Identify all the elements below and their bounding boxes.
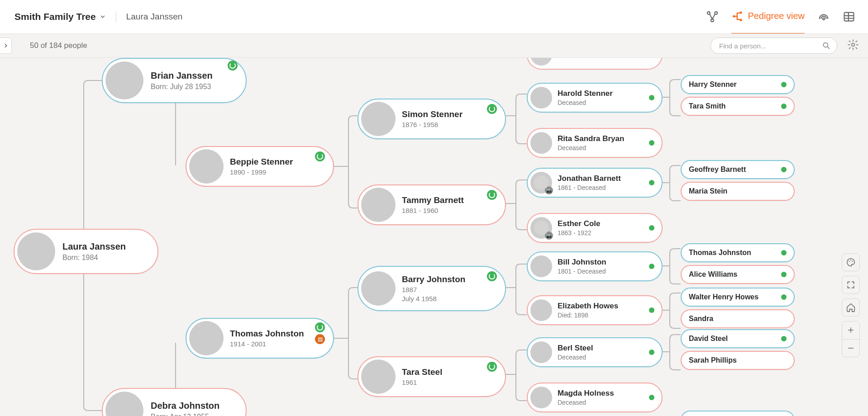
person-tara-smith[interactable]: Tara Smith: [681, 97, 795, 116]
camera-icon: 📷: [545, 186, 553, 194]
person-laura-janssen[interactable]: Laura JanssenBorn: 1984: [14, 229, 158, 274]
hint-dot-icon[interactable]: [781, 82, 787, 87]
person-berl-steel[interactable]: Berl SteelDeceased: [527, 337, 663, 367]
avatar: [105, 392, 143, 416]
search-input[interactable]: [711, 38, 837, 54]
tab-list-view[interactable]: [843, 10, 855, 33]
sub-bar: 50 of 184 people: [0, 33, 868, 58]
person-beppie-stenner[interactable]: Beppie Stenner1890 - 1999: [186, 146, 334, 187]
person-name: Tara Smith: [689, 102, 726, 110]
gear-icon: [847, 39, 859, 51]
chevron-down-icon: [100, 14, 106, 20]
person-jonathan-barnett[interactable]: 📷 Jonathan Barnett1861 - Deceased: [527, 168, 663, 198]
zoom-out-button[interactable]: [842, 340, 859, 357]
hint-badge-icon[interactable]: [487, 271, 497, 281]
svg-point-11: [850, 260, 851, 260]
hint-dot-icon[interactable]: [649, 350, 654, 355]
hint-dot-icon[interactable]: [649, 225, 654, 231]
hint-dot-icon[interactable]: [781, 167, 787, 172]
hint-badge-icon[interactable]: [228, 61, 238, 71]
hint-dot-icon[interactable]: [649, 395, 654, 400]
hint-dot-icon[interactable]: [781, 336, 787, 341]
person-partial-top[interactable]: [527, 58, 663, 70]
person-harold-stenner[interactable]: Harold StennerDeceased: [527, 83, 663, 113]
person-name: Beppie Stenner: [230, 157, 293, 167]
pedigree-canvas[interactable]: Laura JanssenBorn: 1984 Brian JanssenBor…: [0, 58, 868, 416]
zoom-controls: [842, 321, 860, 357]
person-sub: 1863 - 1922: [558, 229, 600, 236]
person-barry-johnston[interactable]: Barry Johnston1887July 4 1958: [358, 266, 506, 311]
person-david-steel[interactable]: David Steel: [681, 329, 795, 348]
person-name: Walter Henry Howes: [689, 293, 758, 301]
person-sub: Born: Apr 13 1955: [151, 413, 219, 416]
person-name: Esther Cole: [558, 219, 600, 228]
person-sub: 1861 - Deceased: [558, 184, 621, 191]
person-name: Simon Stenner: [402, 109, 463, 119]
svg-point-4: [740, 11, 742, 14]
hint-dot-icon[interactable]: [649, 140, 654, 146]
person-alice-williams[interactable]: Alice Williams: [681, 265, 795, 284]
person-name: Brian Janssen: [151, 71, 213, 81]
avatar-placeholder: 📷: [530, 172, 552, 194]
person-simon-stenner[interactable]: Simon Stenner1876 - 1958: [358, 99, 506, 139]
hint-dot-icon[interactable]: [649, 264, 654, 269]
person-rita-bryan[interactable]: Rita Sandra BryanDeceased: [527, 128, 663, 158]
svg-point-8: [823, 43, 828, 47]
settings-button[interactable]: [847, 39, 859, 52]
person-tammy-barnett[interactable]: Tammy Barnett1881 - 1960: [358, 184, 506, 225]
person-name: Sarah Phillips: [689, 356, 737, 364]
hint-dot-icon[interactable]: [649, 95, 654, 100]
tree-name-dropdown[interactable]: Smith Family Tree: [14, 11, 106, 22]
zoom-in-button[interactable]: [842, 321, 859, 340]
tab-family-view[interactable]: [706, 10, 719, 33]
hint-dot-icon[interactable]: [781, 272, 787, 277]
person-donald-anthony[interactable]: Donald Anthony: [681, 411, 795, 416]
home-icon: [846, 303, 856, 312]
hint-badge-icon[interactable]: [487, 362, 497, 372]
person-harry-stenner[interactable]: Harry Stenner: [681, 75, 795, 94]
avatar: [361, 102, 396, 136]
hint-badge-icon[interactable]: [315, 322, 325, 332]
fullscreen-button[interactable]: [842, 276, 860, 294]
separator: [116, 11, 116, 22]
tab-fan-view[interactable]: [817, 10, 830, 33]
focus-person-breadcrumb[interactable]: Laura Janssen: [126, 12, 183, 22]
person-name: Barry Johnston: [402, 274, 465, 284]
person-magda-holness[interactable]: Magda HolnessDeceased: [527, 383, 663, 412]
person-sandra[interactable]: Sandra: [681, 309, 795, 328]
person-name: Geoffrey Barnett: [689, 165, 746, 174]
home-button[interactable]: [842, 298, 860, 317]
person-name: Rita Sandra Bryan: [558, 134, 624, 143]
avatar: [189, 149, 224, 184]
person-sub: Born: July 28 1953: [151, 83, 213, 91]
hint-badge-icon[interactable]: [315, 151, 325, 161]
hint-dot-icon[interactable]: [781, 294, 787, 300]
person-sarah-phillips[interactable]: Sarah Phillips: [681, 351, 795, 370]
person-esther-cole[interactable]: 📷 Esther Cole1863 - 1922: [527, 213, 663, 243]
person-brian-janssen[interactable]: Brian JanssenBorn: July 28 1953: [102, 58, 247, 103]
hint-dot-icon[interactable]: [649, 180, 654, 185]
person-elizabeth-howes[interactable]: Elizabeth HowesDied: 1898: [527, 295, 663, 325]
hint-dot-icon[interactable]: [781, 250, 787, 255]
avatar: [530, 299, 552, 321]
person-name: Maria Stein: [689, 187, 727, 195]
tab-pedigree-view[interactable]: Pedigree view: [731, 10, 805, 34]
person-bill-johnston[interactable]: Bill Johnston1801 - Deceased: [527, 251, 663, 281]
person-tara-steel[interactable]: Tara Steel1961: [358, 356, 506, 397]
person-maria-stein[interactable]: Maria Stein: [681, 182, 795, 201]
avatar: [361, 359, 396, 394]
avatar: [361, 271, 396, 306]
expand-sidebar-button[interactable]: [0, 38, 12, 54]
palette-button[interactable]: [842, 253, 860, 271]
person-debra-johnston[interactable]: Debra JohnstonBorn: Apr 13 1955: [102, 388, 247, 416]
hint-badge-icon[interactable]: [487, 190, 497, 200]
avatar: [105, 61, 143, 99]
person-thomas-johnston-jr[interactable]: Thomas Johnston: [681, 243, 795, 262]
person-walter-howes[interactable]: Walter Henry Howes: [681, 288, 795, 307]
record-badge-icon[interactable]: ▤: [315, 334, 325, 344]
person-thomas-johnston[interactable]: Thomas Johnston1914 - 2001 ▤: [186, 318, 334, 359]
person-geoffrey-barnett[interactable]: Geoffrey Barnett: [681, 160, 795, 179]
hint-badge-icon[interactable]: [487, 104, 497, 114]
hint-dot-icon[interactable]: [781, 104, 787, 109]
hint-dot-icon[interactable]: [649, 307, 654, 313]
